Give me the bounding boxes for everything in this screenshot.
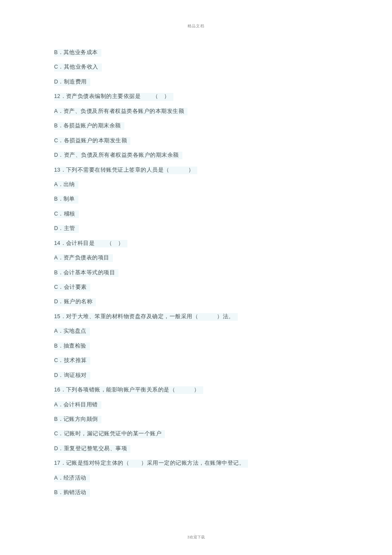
line-prefix: B． [54, 270, 63, 276]
document-line: C．会计要素 [54, 284, 338, 290]
document-line: A．经济活动 [54, 474, 338, 481]
line-highlight: C．技术推算 [54, 357, 87, 364]
line-prefix: A． [54, 328, 63, 334]
line-suffix: （ ） [153, 93, 170, 99]
line-highlight: D．询证核对 [54, 372, 87, 379]
document-line: D．账户的名称 [54, 298, 338, 305]
document-line: 13．下列不需要在转账凭证上签章的人员是（） [54, 167, 338, 173]
line-text: 下列不需要在转账凭证上签章的人员是（ [66, 167, 170, 173]
document-line: 17．记账是指对特定主体的（）采用一定的记账方法，在账簿中登记。 [54, 460, 338, 466]
document-line: A．资产负债表的项目 [54, 254, 338, 261]
document-line: B．制单 [54, 196, 338, 202]
line-prefix: D． [54, 79, 64, 85]
line-prefix: B． [54, 49, 63, 55]
document-line: B．购销活动 [54, 489, 338, 496]
line-prefix: B． [54, 123, 63, 129]
line-highlight: B．记账方向颠倒 [54, 416, 98, 423]
line-highlight: A．出纳 [54, 181, 75, 188]
header-label: 精品文档 [187, 23, 205, 29]
footer-text: 欢迎下载 [190, 535, 205, 539]
line-text: 对于大堆、笨重的材料物资盘存及确定，一般采用（ [66, 313, 199, 319]
line-text: 制造费用 [64, 79, 87, 85]
line-highlight: A．资产负债表的项目 [54, 254, 110, 261]
line-prefix: D． [54, 299, 64, 305]
line-prefix: B． [54, 416, 63, 422]
line-highlight: C．记账时，漏记记账凭证中的某一个账户 [54, 430, 161, 437]
document-line: C．记账时，漏记记账凭证中的某一个账户 [54, 430, 338, 437]
document-line: 15．对于大堆、笨重的材料物资盘存及确定，一般采用（）法。 [54, 313, 338, 320]
line-highlight: B．其他业务成本 [54, 49, 98, 56]
line-prefix: B． [54, 343, 63, 349]
line-text: 会计科目用错 [63, 402, 98, 408]
document-line: B．会计基本等式的项目 [54, 269, 338, 276]
line-highlight: A．资产、负债及所有者权益类各账户的本期发生额 [54, 108, 184, 115]
document-line: B．其他业务成本 [54, 49, 338, 56]
footer-dot: 。 [187, 532, 205, 535]
line-text: 资产、负债及所有者权益类各账户的本期发生额 [63, 108, 184, 114]
line-highlight: A．会计科目用错 [54, 401, 98, 408]
line-prefix: 13． [54, 167, 66, 173]
line-prefix: A． [54, 475, 63, 481]
document-line: A．资产、负债及所有者权益类各账户的本期发生额 [54, 108, 338, 115]
line-prefix: A． [54, 108, 63, 114]
line-suffix: ）采用一定的记账方法，在账簿中登记。 [141, 460, 245, 466]
line-highlight: D．主管 [54, 225, 75, 232]
line-text: 资产负债表编制的主要依据是 [66, 93, 141, 99]
line-highlight: A．实地盘点 [54, 328, 86, 334]
line-suffix: ） [194, 387, 200, 393]
line-text: 出纳 [63, 181, 75, 187]
line-text: 记账是指对特定主体的（ [66, 460, 130, 466]
line-text: 其他业务成本 [63, 49, 98, 55]
line-suffix: ）法。 [217, 313, 234, 319]
document-line: C．技术推算 [54, 357, 338, 364]
line-prefix: A． [54, 181, 63, 187]
document-line: A．出纳 [54, 181, 338, 188]
line-highlight: B．抽查检验 [54, 342, 86, 349]
line-prefix: C． [54, 357, 64, 363]
line-text: 会计基本等式的项目 [63, 270, 115, 276]
line-text: 下列各项错账，能影响账户平衡关系的是（ [66, 387, 176, 393]
line-text: 经济活动 [63, 475, 86, 481]
line-text: 技术推算 [64, 357, 87, 363]
line-text: 账户的名称 [64, 299, 93, 305]
document-line: D．资产、负债及所有者权益类各账户的期末余额 [54, 152, 338, 158]
line-prefix: A． [54, 402, 63, 408]
line-text: 记账方向颠倒 [63, 416, 98, 422]
line-highlight: B．会计基本等式的项目 [54, 269, 115, 276]
line-text: 资产负债表的项目 [63, 255, 110, 261]
line-prefix: 16． [54, 387, 66, 393]
line-highlight: D．制造费用 [54, 78, 87, 85]
document-line: 14．会计科目是（ ） [54, 240, 338, 247]
document-line: D．询证核对 [54, 372, 338, 379]
document-line: B．抽查检验 [54, 342, 338, 349]
line-prefix: C． [54, 138, 64, 144]
line-highlight: D．重复登记整笔交易、事项 [54, 445, 127, 452]
line-highlight: B．制单 [54, 196, 75, 202]
line-highlight: 12．资产负债表编制的主要依据是（ ） [54, 93, 170, 100]
line-text: 实地盘点 [63, 328, 86, 334]
line-suffix: ） [188, 167, 194, 173]
document-line: 12．资产负债表编制的主要依据是（ ） [54, 93, 338, 100]
document-line: C．稽核 [54, 210, 338, 217]
line-text: 询证核对 [64, 372, 87, 378]
line-prefix: D． [54, 446, 64, 451]
line-text: 其他业务收入 [64, 64, 98, 70]
line-text: 各损益账户的期末余额 [63, 123, 121, 129]
line-prefix: 12． [54, 93, 66, 99]
line-prefix: D． [54, 152, 64, 158]
line-prefix: C． [54, 431, 64, 437]
footer: 。 3欢迎下载 [187, 532, 205, 540]
header-label-text: 精品文档 [187, 24, 205, 28]
document-line: 16．下列各项错账，能影响账户平衡关系的是（） [54, 386, 338, 393]
line-highlight: C．会计要素 [54, 284, 87, 290]
line-prefix: C． [54, 64, 64, 70]
line-prefix: 15． [54, 313, 66, 319]
line-text: 资产、负债及所有者权益类各账户的期末余额 [64, 152, 179, 158]
document-line: D．制造费用 [54, 78, 338, 85]
line-text: 记账时，漏记记账凭证中的某一个账户 [64, 431, 162, 437]
line-text: 购销活动 [63, 489, 86, 495]
line-highlight: C．稽核 [54, 210, 75, 217]
document-line: B．各损益账户的期末余额 [54, 122, 338, 129]
line-highlight: 13．下列不需要在转账凭证上签章的人员是（） [54, 167, 194, 173]
line-prefix: C． [54, 211, 64, 217]
